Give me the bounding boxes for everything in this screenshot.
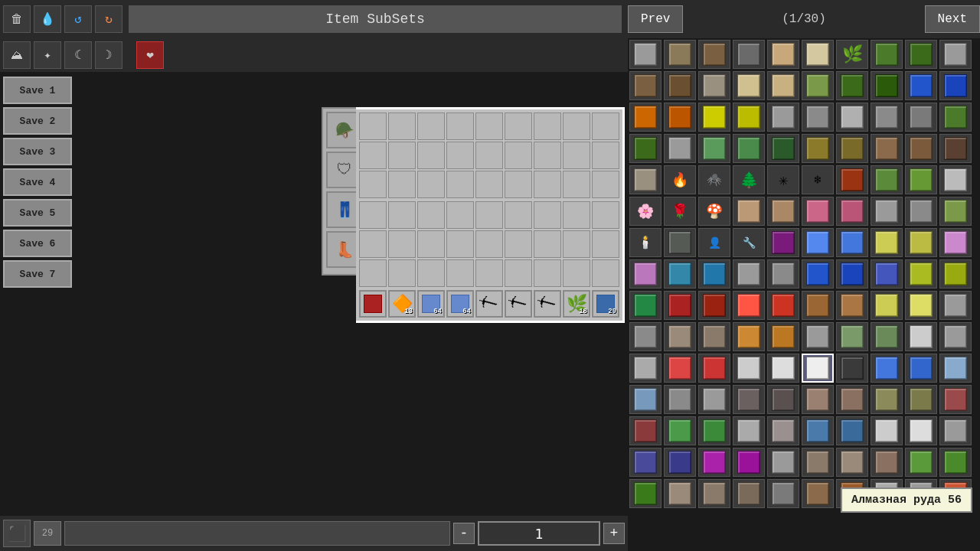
item-cell[interactable] xyxy=(905,385,937,414)
inv-cell[interactable] xyxy=(359,171,387,198)
plus-button[interactable]: + xyxy=(603,523,625,544)
item-cell[interactable] xyxy=(836,291,868,320)
inv-cell[interactable] xyxy=(359,142,387,169)
item-cell[interactable] xyxy=(905,103,937,132)
item-cell[interactable] xyxy=(767,40,799,69)
item-cell[interactable] xyxy=(733,71,765,100)
item-cell[interactable] xyxy=(629,40,662,69)
inv-cell[interactable] xyxy=(592,171,619,198)
item-cell[interactable] xyxy=(836,259,868,289)
item-cell[interactable] xyxy=(698,385,730,414)
item-cell[interactable] xyxy=(802,259,834,289)
item-cell[interactable] xyxy=(629,448,662,477)
item-cell[interactable] xyxy=(939,291,972,320)
item-cell[interactable]: 🌿 xyxy=(836,40,868,69)
item-cell[interactable] xyxy=(905,259,937,289)
item-cell[interactable] xyxy=(698,134,730,163)
item-cell[interactable] xyxy=(802,385,834,414)
hotbar-slot-7[interactable]: 🌿 18 xyxy=(563,290,590,318)
item-cell[interactable] xyxy=(664,71,696,100)
item-cell[interactable] xyxy=(664,259,696,289)
item-cell[interactable] xyxy=(733,479,765,508)
inv-cell[interactable] xyxy=(534,171,561,198)
inv-cell[interactable] xyxy=(446,201,474,229)
item-cell[interactable] xyxy=(871,322,903,351)
inv-cell[interactable] xyxy=(475,259,503,287)
inv-cell[interactable] xyxy=(505,142,532,169)
inv-cell[interactable] xyxy=(592,112,619,140)
item-cell[interactable] xyxy=(664,416,696,445)
item-cell[interactable] xyxy=(939,103,972,132)
inv-cell[interactable] xyxy=(534,142,561,169)
hotbar-slot-6[interactable]: ⛏ xyxy=(534,290,561,318)
item-cell[interactable] xyxy=(698,322,730,351)
moon-icon[interactable]: ☾ xyxy=(64,41,92,69)
item-cell[interactable] xyxy=(698,354,730,383)
item-cell[interactable] xyxy=(905,322,937,351)
save-4-button[interactable]: Save 4 xyxy=(3,168,72,196)
item-cell[interactable] xyxy=(733,448,765,477)
item-cell[interactable] xyxy=(905,291,937,320)
inv-cell[interactable] xyxy=(563,142,590,169)
item-cell[interactable] xyxy=(871,291,903,320)
item-cell[interactable] xyxy=(629,71,662,100)
item-cell[interactable] xyxy=(767,479,799,508)
item-cell[interactable] xyxy=(767,416,799,445)
item-cell[interactable]: 🕯️ xyxy=(629,228,662,257)
item-cell[interactable] xyxy=(905,134,937,163)
inv-cell[interactable] xyxy=(475,201,503,229)
item-cell[interactable] xyxy=(871,197,903,226)
item-cell[interactable] xyxy=(664,354,696,383)
inv-cell[interactable] xyxy=(505,112,532,140)
item-cell[interactable] xyxy=(664,322,696,351)
item-cell[interactable] xyxy=(733,322,765,351)
item-cell[interactable] xyxy=(664,448,696,477)
inv-cell[interactable] xyxy=(388,112,416,140)
item-cell[interactable]: 🌲 xyxy=(733,165,765,194)
item-cell[interactable] xyxy=(939,228,972,257)
item-cell[interactable] xyxy=(698,103,730,132)
inv-cell[interactable] xyxy=(475,230,503,258)
item-cell[interactable]: 🌸 xyxy=(629,197,662,226)
item-cell[interactable] xyxy=(629,354,662,383)
item-cell[interactable] xyxy=(871,448,903,477)
inv-cell[interactable] xyxy=(417,112,445,140)
item-cell[interactable] xyxy=(698,448,730,477)
inv-cell[interactable] xyxy=(359,230,387,258)
inv-cell[interactable] xyxy=(417,142,445,169)
item-cell[interactable] xyxy=(871,385,903,414)
inv-cell[interactable] xyxy=(534,230,561,258)
item-cell[interactable] xyxy=(733,134,765,163)
item-cell[interactable] xyxy=(871,228,903,257)
inv-cell[interactable] xyxy=(388,230,416,258)
item-cell[interactable] xyxy=(939,165,972,194)
plus-icon[interactable]: ✦ xyxy=(34,41,61,69)
inv-cell[interactable] xyxy=(417,171,445,198)
item-cell[interactable] xyxy=(629,385,662,414)
hotbar-slot-5[interactable]: ⛏ xyxy=(505,290,532,318)
hotbar-slot-8[interactable]: 29 xyxy=(592,290,619,318)
inv-cell[interactable] xyxy=(388,259,416,287)
item-cell[interactable] xyxy=(733,197,765,226)
item-cell[interactable] xyxy=(802,228,834,257)
item-cell[interactable] xyxy=(767,385,799,414)
item-cell[interactable] xyxy=(767,134,799,163)
save-1-button[interactable]: Save 1 xyxy=(3,77,72,104)
inv-cell[interactable] xyxy=(475,112,503,140)
item-cell[interactable] xyxy=(733,291,765,320)
item-cell[interactable] xyxy=(767,103,799,132)
item-cell[interactable] xyxy=(767,197,799,226)
item-cell[interactable] xyxy=(905,416,937,445)
save-6-button[interactable]: Save 6 xyxy=(3,230,72,257)
item-cell[interactable] xyxy=(836,354,868,383)
item-cell[interactable] xyxy=(802,40,834,69)
item-cell[interactable]: 🕷️ xyxy=(698,165,730,194)
item-cell[interactable] xyxy=(836,416,868,445)
item-cell[interactable] xyxy=(733,40,765,69)
mountain-icon[interactable]: ⛰ xyxy=(3,41,31,69)
item-cell[interactable] xyxy=(905,197,937,226)
item-cell[interactable] xyxy=(629,416,662,445)
item-cell[interactable] xyxy=(698,291,730,320)
item-cell[interactable]: 👤 xyxy=(698,228,730,257)
save-7-button[interactable]: Save 7 xyxy=(3,260,72,288)
